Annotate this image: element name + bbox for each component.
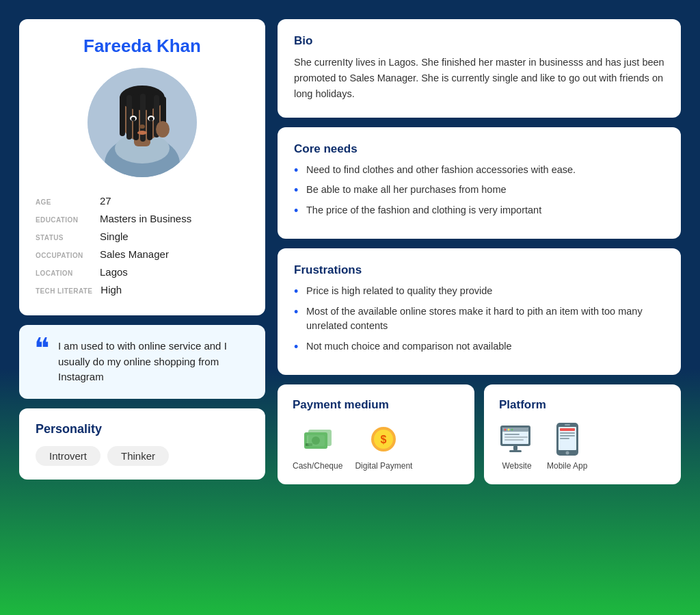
mobile-app-icon — [550, 421, 585, 457]
payment-cash: Cash/Cheque — [293, 421, 342, 471]
svg-rect-35 — [504, 436, 528, 438]
quote-mark: ❝ — [34, 335, 50, 363]
detail-tech: TECH LITERATE High — [36, 284, 249, 296]
payment-card: Payment medium — [278, 384, 474, 484]
frustrations-title: Frustrations — [294, 263, 664, 277]
core-needs-list: Need to find clothes and other fashion a… — [294, 163, 664, 218]
svg-point-17 — [139, 125, 145, 129]
tech-value: High — [100, 284, 122, 296]
platform-card: Platform — [484, 384, 681, 484]
personality-tag-thinker: Thinker — [107, 446, 169, 466]
personality-tag-introvert: Introvert — [36, 446, 100, 466]
profile-details: AGE 27 EDUCATION Masters in Business STA… — [36, 195, 249, 302]
frustrations-item-2: Most of the available online stores make… — [294, 304, 664, 335]
cash-label: Cash/Cheque — [293, 461, 342, 471]
detail-education: EDUCATION Masters in Business — [36, 213, 249, 224]
location-label: LOCATION — [36, 270, 92, 277]
digital-label: Digital Payment — [355, 461, 412, 471]
persona-card: Fareeda Khan — [19, 19, 681, 484]
payment-icons: Cash/Cheque $ Digital Payment — [293, 421, 459, 471]
platform-icons: Website — [499, 421, 666, 471]
bio-text: She currenIty lives in Lagos. She finish… — [294, 55, 664, 103]
core-needs-item-2: Be able to make all her purchases from h… — [294, 183, 664, 198]
platform-title: Platform — [499, 398, 666, 412]
svg-rect-6 — [120, 95, 125, 136]
svg-point-16 — [149, 117, 153, 121]
location-value: Lagos — [100, 266, 128, 278]
svg-rect-42 — [560, 432, 575, 434]
mobile-label: Mobile App — [547, 461, 587, 471]
frustrations-card: Frustrations Price is high related to qu… — [278, 248, 681, 375]
svg-point-18 — [137, 131, 147, 135]
svg-rect-41 — [560, 428, 575, 431]
right-column: Bio She currenIty lives in Lagos. She fi… — [278, 19, 681, 484]
core-needs-item-1: Need to find clothes and other fashion a… — [294, 163, 664, 178]
svg-rect-43 — [560, 435, 575, 436]
status-label: STATUS — [36, 234, 92, 241]
quote-card: ❝ I am used to with online service and I… — [19, 325, 265, 399]
quote-text: I am used to with online service and I u… — [58, 339, 250, 385]
svg-point-32 — [508, 428, 510, 430]
svg-rect-36 — [504, 439, 524, 441]
platform-mobile: Mobile App — [547, 421, 587, 471]
age-label: AGE — [36, 198, 92, 206]
svg-rect-24 — [308, 430, 332, 446]
education-label: EDUCATION — [36, 216, 92, 224]
personality-card: Personality Introvert Thinker — [19, 408, 265, 480]
frustrations-item-1: Price is high related to quality they pr… — [294, 284, 664, 299]
digital-payment-icon: $ — [366, 421, 401, 457]
profile-card: Fareeda Khan — [19, 19, 265, 315]
svg-point-31 — [504, 428, 507, 430]
platform-website: Website — [499, 421, 535, 471]
website-label: Website — [502, 461, 531, 471]
bio-title: Bio — [294, 34, 664, 48]
svg-rect-34 — [504, 434, 520, 435]
age-value: 27 — [100, 195, 111, 207]
svg-rect-38 — [509, 450, 522, 452]
avatar — [88, 68, 197, 177]
detail-occupation: OCCUPATION Sales Manager — [36, 248, 249, 260]
detail-status: STATUS Single — [36, 231, 249, 242]
cash-icon — [300, 421, 336, 457]
profile-name: Fareeda Khan — [36, 36, 249, 57]
frustrations-list: Price is high related to quality they pr… — [294, 284, 664, 354]
detail-age: AGE 27 — [36, 195, 249, 207]
website-icon — [499, 421, 535, 457]
svg-point-15 — [131, 117, 135, 121]
payment-digital: $ Digital Payment — [355, 421, 412, 471]
core-needs-item-3: The price of the fashion and clothing is… — [294, 203, 664, 218]
tech-label: TECH LITERATE — [36, 287, 92, 295]
svg-text:$: $ — [381, 434, 387, 445]
avatar-image — [88, 68, 197, 177]
svg-rect-46 — [565, 424, 570, 426]
frustrations-item-3: Not much choice and comparison not avail… — [294, 339, 664, 354]
status-value: Single — [100, 231, 129, 242]
personality-title: Personality — [36, 422, 249, 436]
svg-rect-30 — [502, 428, 528, 432]
occupation-label: OCCUPATION — [36, 252, 92, 259]
svg-rect-44 — [560, 438, 569, 439]
detail-location: LOCATION Lagos — [36, 266, 249, 278]
payment-title: Payment medium — [293, 398, 459, 412]
bottom-row: Payment medium — [278, 384, 681, 484]
bio-card: Bio She currenIty lives in Lagos. She fi… — [278, 19, 681, 118]
occupation-value: Sales Manager — [100, 248, 169, 260]
svg-point-33 — [511, 428, 513, 430]
svg-point-19 — [156, 121, 170, 138]
svg-point-45 — [565, 451, 569, 454]
personality-tags: Introvert Thinker — [36, 446, 249, 466]
left-column: Fareeda Khan — [19, 19, 265, 484]
core-needs-title: Core needs — [294, 142, 664, 156]
svg-rect-37 — [513, 446, 517, 450]
core-needs-card: Core needs Need to find clothes and othe… — [278, 127, 681, 239]
education-value: Masters in Business — [100, 213, 191, 224]
